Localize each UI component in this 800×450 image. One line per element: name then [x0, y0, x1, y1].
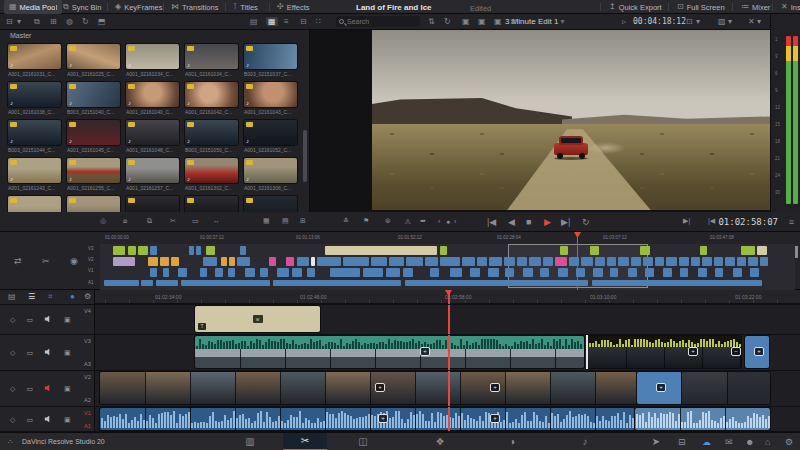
- topbar-button-inspector[interactable]: ✕Inspector: [776, 0, 800, 14]
- topbar-button-transitions[interactable]: ⋈Transitions: [166, 0, 223, 14]
- media-clip-thumbnail[interactable]: ♪: [126, 44, 179, 69]
- overview-clip[interactable]: [517, 257, 527, 266]
- step-back-icon[interactable]: ◀: [508, 217, 515, 227]
- media-clip-thumbnail[interactable]: ♪: [185, 120, 238, 145]
- overview-clip[interactable]: [569, 257, 579, 266]
- overview-clip[interactable]: [148, 257, 158, 266]
- match-frame-badge[interactable]: +: [375, 383, 385, 392]
- match-frame-badge[interactable]: −: [731, 347, 741, 356]
- res-caret-icon[interactable]: ▾: [696, 17, 700, 26]
- track-control-icon[interactable]: ▭: [26, 385, 33, 392]
- overview-clip[interactable]: [757, 246, 767, 255]
- media-clip-thumbnail[interactable]: ♪: [126, 82, 179, 107]
- overview-clip[interactable]: [171, 257, 179, 266]
- overview-clip[interactable]: [363, 268, 383, 277]
- overview-clip[interactable]: [741, 246, 755, 255]
- topbar-button-effects[interactable]: ✣Effects: [272, 0, 315, 14]
- overview-clip[interactable]: [618, 257, 629, 266]
- media-clip-thumbnail[interactable]: ♪: [8, 120, 61, 145]
- cloud-icon[interactable]: ☁: [702, 437, 711, 447]
- overview-clip[interactable]: [725, 257, 735, 266]
- overview-clip[interactable]: [477, 257, 487, 266]
- overview-clip[interactable]: [645, 268, 654, 277]
- timeline-option-icon[interactable]: ▤: [8, 293, 16, 301]
- overview-clip[interactable]: [523, 268, 533, 277]
- overview-clip[interactable]: [737, 257, 746, 266]
- overview-clip[interactable]: [240, 246, 246, 255]
- overview-clip[interactable]: [178, 268, 187, 277]
- overview-clip[interactable]: [750, 268, 759, 277]
- import-caret-icon[interactable]: ▾: [17, 17, 21, 26]
- sort-icon[interactable]: ⇅: [428, 17, 435, 26]
- match-frame-badge[interactable]: +: [420, 347, 430, 356]
- overview-clip[interactable]: [595, 257, 605, 266]
- overview-clip[interactable]: [269, 257, 276, 266]
- panel-c-icon[interactable]: ▣: [494, 17, 502, 26]
- overview-clip[interactable]: [715, 268, 723, 277]
- overview-clip[interactable]: [576, 268, 585, 277]
- stop-icon[interactable]: ■: [526, 217, 531, 227]
- overview-clip[interactable]: [325, 246, 437, 255]
- edit-tool-icon[interactable]: ≛: [343, 217, 349, 225]
- overview-clip[interactable]: [760, 257, 768, 266]
- overview-clip[interactable]: [163, 268, 169, 277]
- match-frame-badge[interactable]: +: [688, 347, 698, 356]
- go-to-start-icon[interactable]: |◀: [487, 217, 496, 227]
- overview-clip[interactable]: [581, 257, 593, 266]
- timeline-clip-dark[interactable]: [588, 336, 741, 368]
- edit-tool-icon[interactable]: ↔: [213, 217, 220, 224]
- new-bin-icon[interactable]: ⧉: [34, 17, 40, 27]
- track-control-icon[interactable]: ▣: [64, 385, 71, 392]
- edit-tool-icon[interactable]: ▤: [282, 217, 289, 225]
- view-filter-icon[interactable]: ∷: [316, 17, 321, 26]
- timeline-clip-title[interactable]: T≋: [195, 306, 320, 332]
- edit-tool-icon[interactable]: ➦: [420, 217, 426, 225]
- media-clip-thumbnail[interactable]: ♪: [244, 120, 297, 145]
- go-to-end-icon[interactable]: ▶|: [561, 217, 570, 227]
- overview-clip[interactable]: [529, 257, 541, 266]
- overview-clip[interactable]: [655, 257, 664, 266]
- timeline-option-icon[interactable]: ☰: [28, 293, 35, 301]
- overview-clip[interactable]: [229, 257, 235, 266]
- overview-clip[interactable]: [733, 268, 742, 277]
- overview-clip[interactable]: [311, 257, 315, 266]
- media-clip-thumbnail[interactable]: ♪: [8, 158, 61, 183]
- jog-control-icon[interactable]: ‹: [438, 218, 440, 225]
- overview-clip[interactable]: [610, 268, 618, 277]
- panels-icon[interactable]: ⊟: [678, 437, 686, 447]
- overview-clip[interactable]: [286, 257, 294, 266]
- overview-clip[interactable]: [221, 257, 227, 266]
- timeline-option-icon[interactable]: ⚙: [84, 293, 91, 301]
- match-frame-badge[interactable]: +: [378, 414, 388, 423]
- speaker-icon[interactable]: [44, 415, 52, 422]
- edit-tool-icon[interactable]: ⚑: [363, 217, 369, 225]
- track-control-icon[interactable]: ▣: [64, 316, 71, 323]
- overview-clip[interactable]: [200, 268, 207, 277]
- overview-clip[interactable]: [714, 257, 723, 266]
- overview-clip[interactable]: [543, 257, 553, 266]
- timeline-option-icon[interactable]: ●: [70, 293, 75, 301]
- home-icon[interactable]: ⌂: [765, 437, 770, 447]
- topbar-button-titles[interactable]: ⊺Titles: [228, 0, 263, 14]
- overview-clip[interactable]: [138, 246, 148, 255]
- overview-clip[interactable]: [273, 280, 401, 286]
- messages-icon[interactable]: ✉: [725, 437, 733, 447]
- clip-color-icon[interactable]: ⬒: [98, 17, 106, 26]
- overview-clip[interactable]: [307, 268, 315, 277]
- timeline-clip-wave[interactable]: [100, 408, 635, 430]
- play-icon[interactable]: ▶: [544, 217, 551, 227]
- edit-tool-icon[interactable]: ⧉: [147, 217, 152, 225]
- overview-clip[interactable]: [558, 268, 568, 277]
- edit-tool-icon[interactable]: ◎: [100, 217, 106, 225]
- overview-clip[interactable]: [141, 280, 153, 286]
- media-pool-scrollbar[interactable]: [303, 130, 307, 182]
- search-input-wrap[interactable]: [336, 16, 420, 27]
- overview-clip[interactable]: [260, 268, 268, 277]
- media-clip-thumbnail[interactable]: ♪: [244, 44, 297, 69]
- media-clip-thumbnail[interactable]: ♪: [67, 44, 120, 69]
- overview-clip[interactable]: [489, 257, 502, 266]
- overview-clip[interactable]: [640, 246, 650, 255]
- match-frame-badge[interactable]: +: [656, 383, 666, 392]
- timeline-clip-wavelight[interactable]: [635, 408, 770, 430]
- overview-clip[interactable]: [679, 257, 689, 266]
